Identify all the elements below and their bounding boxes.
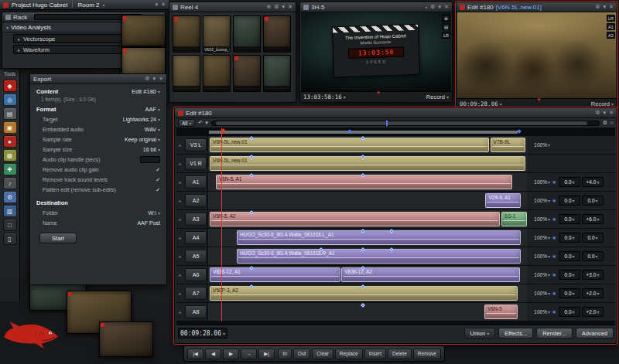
reel-clip-thumbnail[interactable]	[203, 55, 231, 92]
track-gain-value[interactable]: 0.0▾	[559, 233, 580, 243]
track-disclosure-icon[interactable]: ▸	[176, 309, 184, 315]
track-header-a6[interactable]: A6	[185, 268, 207, 281]
timeline-clip[interactable]: V6N-5, A1	[216, 175, 512, 189]
close-icon[interactable]: ✕	[288, 4, 292, 10]
export-setting-row[interactable]: Sample size16 bit▾	[33, 145, 163, 155]
record-toggle[interactable]: Record	[591, 100, 610, 107]
track-level-icon[interactable]: ∗	[552, 253, 557, 260]
monitor-lr-badge[interactable]: LR	[442, 32, 450, 39]
export-setting-value[interactable]: ✓	[156, 187, 160, 193]
transport-insert-button[interactable]: Insert	[364, 349, 386, 359]
transport-in-button[interactable]: In	[278, 349, 291, 359]
export-setting-row[interactable]: Audio clip handle (secs)	[33, 155, 163, 165]
record-toggle[interactable]: Record	[426, 94, 445, 100]
timeline-playhead[interactable]	[221, 128, 222, 321]
export-setting-value[interactable]: ✓	[156, 177, 160, 183]
search-tool-icon[interactable]: ◎	[3, 94, 17, 106]
track-disclosure-icon[interactable]: ▸	[176, 235, 184, 240]
menu-icon[interactable]: ▾	[604, 110, 607, 116]
overlay-badge[interactable]: ⊕	[442, 15, 450, 22]
timeline-clip[interactable]: HUGO_Sc30-6_8G A Walla_081018.R_A1	[237, 249, 521, 264]
track-lane[interactable]: V6N-5L.new.01	[207, 155, 527, 172]
timeline-clip[interactable]: HUGO_Sc30-6_8G A Walla_081018.L_A1	[237, 230, 521, 245]
track-opacity-value[interactable]: 100%▾	[529, 235, 550, 240]
menu-icon[interactable]: ▾	[282, 4, 286, 10]
track-level-icon[interactable]: ∗	[552, 198, 557, 204]
settings-icon[interactable]: ⚙	[603, 120, 607, 126]
start-button[interactable]: Start	[39, 233, 77, 243]
shark-logo-icon[interactable]: ◆	[3, 80, 17, 92]
track-level-icon[interactable]: ∗	[552, 272, 557, 278]
timeline-timecode[interactable]: 00:09:28.06 ▾	[178, 328, 227, 338]
track-gain-value[interactable]: 0.0▾	[559, 270, 580, 280]
track-lane[interactable]: V838-12, A1V838-12, A2	[207, 266, 527, 284]
export-setting-value[interactable]: 16 bit▾	[143, 147, 160, 152]
track-disclosure-icon[interactable]: ▸	[176, 179, 184, 185]
audio-a2-badge[interactable]: A2	[607, 32, 615, 39]
chevron-down-icon[interactable]: ▾	[611, 101, 614, 107]
menu-icon[interactable]: ▾	[153, 76, 156, 82]
union-button[interactable]: Union ▾	[464, 328, 496, 338]
phone-tool-icon[interactable]: ▯	[3, 233, 17, 245]
transport-replace-button[interactable]: Replace	[335, 349, 363, 359]
bins-tool-icon[interactable]: ▦	[3, 149, 17, 162]
advanced-button[interactable]: Advanced	[576, 328, 614, 338]
export-setting-value[interactable]: ✓	[156, 167, 160, 173]
track-gain-value[interactable]: 0.0▾	[559, 251, 580, 261]
timeline-clip[interactable]: V6N-5, A2	[210, 212, 500, 226]
undo-icon[interactable]: ↶	[198, 120, 203, 126]
ruler-marker-icon[interactable]	[517, 129, 522, 134]
track-disclosure-icon[interactable]: ▸	[176, 253, 184, 259]
close-icon[interactable]: ✕	[609, 4, 614, 10]
name-row[interactable]: Name AAF Post	[33, 218, 163, 228]
reel-clip-thumbnail[interactable]	[233, 55, 261, 92]
monitor-tool-icon[interactable]: □	[3, 219, 17, 231]
track-header-v3l[interactable]: V3 L	[185, 138, 207, 151]
reel-clip-thumbnail[interactable]	[173, 55, 200, 92]
chevron-down-icon[interactable]: ▾	[500, 101, 502, 107]
track-header-a7[interactable]: A7	[185, 287, 207, 300]
reel-clip-thumbnail[interactable]	[173, 15, 200, 53]
track-level-value[interactable]: +6.0▾	[582, 214, 604, 224]
clip-thumbnail[interactable]	[121, 15, 166, 46]
reel-clip-thumbnail[interactable]	[233, 15, 261, 53]
track-level-value[interactable]: 0.0▾	[582, 233, 604, 243]
playhead-caret-icon[interactable]: ▼	[537, 97, 542, 102]
record-tool-icon[interactable]: ●	[3, 135, 17, 148]
cue-marker-icon[interactable]	[361, 303, 365, 308]
timeline-clip[interactable]: V29-9, A1	[485, 193, 520, 208]
chevron-down-icon[interactable]: ▾	[6, 25, 9, 30]
transport-remove-button[interactable]: Remove	[413, 349, 441, 359]
track-level-value[interactable]: +2.0▾	[582, 288, 604, 298]
chevron-down-icon[interactable]: ▾	[103, 2, 105, 8]
track-lane[interactable]: V6N-5, A1	[207, 173, 527, 191]
track-disclosure-icon[interactable]: ▸	[176, 272, 184, 277]
folder-value[interactable]: W:\ ▾	[149, 210, 160, 216]
track-lane[interactable]: V29-9, A1	[207, 192, 527, 209]
audio-tool-icon[interactable]: ♪	[3, 177, 17, 189]
clip-thumbnail[interactable]	[99, 321, 153, 357]
settings-icon[interactable]: ⚙	[595, 4, 600, 10]
export-setting-value[interactable]: Lightworks 24▾	[123, 117, 160, 122]
track-lane[interactable]: HUGO_Sc30-6_8G A Walla_081018.R_A1	[207, 247, 527, 265]
effects-tool-icon[interactable]: ✚	[3, 163, 17, 175]
timeline-clip[interactable]: 1G-1	[501, 212, 527, 226]
track-opacity-value[interactable]: 100%▾	[529, 291, 550, 296]
track-level-value[interactable]: 0.0▾	[582, 251, 604, 261]
track-header-v1r[interactable]: V1 R	[185, 157, 207, 170]
track-gain-value[interactable]: 0.0▾	[559, 307, 580, 317]
playhead-caret-icon[interactable]: ▼	[376, 90, 381, 95]
all-tracks-button[interactable]: All ▾	[178, 119, 195, 127]
settings-icon[interactable]: ⚙	[430, 4, 435, 10]
track-gain-value[interactable]: 0.0▾	[559, 214, 580, 224]
close-icon[interactable]: ✕	[609, 110, 614, 116]
content-selector[interactable]: Edit #180 ▾	[132, 88, 160, 95]
reel-titlebar[interactable]: Reel 4 ⊕ ⚙ ▾ ✕	[169, 2, 296, 12]
track-level-icon[interactable]: ∗	[552, 216, 557, 223]
timeline-ruler[interactable]	[207, 128, 527, 136]
timeline-clip[interactable]: V6N-5	[484, 304, 518, 319]
track-disclosure-icon[interactable]: ▸	[176, 216, 184, 222]
edit-viewer-titlebar[interactable]: Edit #180 [V6N-5L.new.01] ⚙ ▾ ✕	[457, 2, 617, 12]
source-timecode[interactable]: 13:03:58:16	[303, 94, 342, 100]
track-lane[interactable]: V6N-5L.new.01V7B-9L	[207, 136, 527, 154]
